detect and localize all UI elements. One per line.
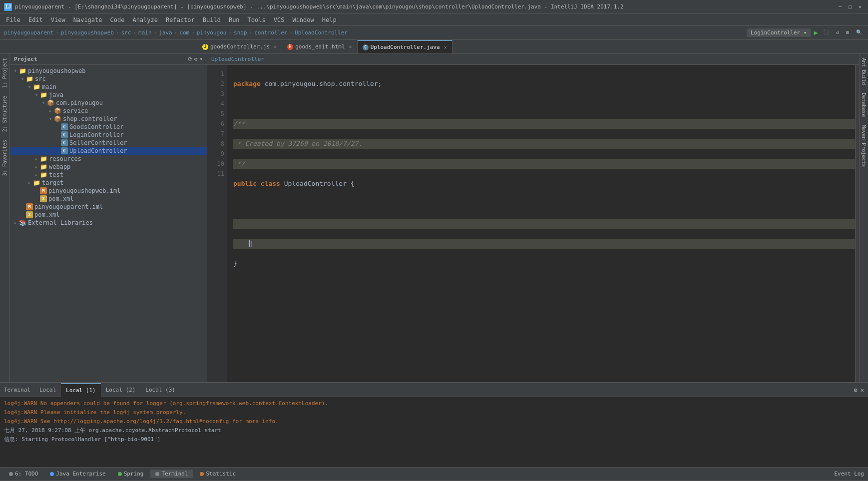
subtab-spring[interactable]: Spring: [113, 470, 149, 478]
tree-pinyougoushopweb[interactable]: ▾ 📁 pinyougoushopweb: [10, 67, 207, 75]
tree-logincontroller[interactable]: C LoginController: [10, 131, 207, 139]
nav-src[interactable]: src: [121, 29, 131, 36]
run-button[interactable]: ▶: [814, 28, 818, 37]
maximize-button[interactable]: □: [846, 3, 854, 11]
left-tab-structure[interactable]: 2: Structure: [1, 92, 8, 136]
tree-pom-parent[interactable]: X pom.xml: [10, 211, 207, 219]
tree-shop-controller[interactable]: ▾ 📦 shop.controller: [10, 115, 207, 123]
tree-com-pinyougou[interactable]: ▾ 📦 com.pinyougou: [10, 99, 207, 107]
tree-arrow: ▸: [47, 108, 54, 113]
nav-controller[interactable]: controller: [254, 29, 287, 36]
sidebar-settings-btn[interactable]: ⚙: [194, 56, 198, 62]
menu-file[interactable]: File: [2, 14, 24, 26]
folder-icon: 📚: [19, 219, 26, 226]
iml-icon: M: [40, 187, 47, 194]
tree-goodscontroller[interactable]: C GoodsController: [10, 123, 207, 131]
tree-pom-shopweb[interactable]: X pom.xml: [10, 195, 207, 203]
nav-java[interactable]: java: [159, 29, 172, 36]
tab-close[interactable]: ✕: [349, 44, 352, 49]
tree-webapp[interactable]: ▸ 📁 webapp: [10, 163, 207, 171]
left-tab-project[interactable]: 1: Project: [1, 54, 8, 92]
sidebar-collapse-btn[interactable]: ▾: [199, 56, 203, 62]
tree-src[interactable]: ▾ 📁 src: [10, 75, 207, 83]
spring-dot: [118, 472, 122, 476]
folder-icon: 📁: [19, 67, 26, 74]
tree-target[interactable]: ▸ 📁 target: [10, 179, 207, 187]
tree-resources[interactable]: ▸ 📁 resources: [10, 155, 207, 163]
tab-uploadcontroller-java[interactable]: C UploadController.java ✕: [358, 40, 452, 53]
tree-main[interactable]: ▾ 📁 main: [10, 83, 207, 91]
menu-run[interactable]: Run: [225, 14, 244, 26]
tree-sellercontroller[interactable]: C SellerController: [10, 139, 207, 147]
terminal-tab-local1[interactable]: Local (1): [61, 383, 101, 397]
login-controller-dropdown[interactable]: LoginController ▾: [747, 28, 811, 37]
terminal-dot: [155, 472, 159, 476]
right-tab-ant[interactable]: Ant Build: [860, 54, 868, 89]
term-line-3: log4j:WARN See http://logging.apache.org…: [4, 417, 864, 426]
minimize-button[interactable]: ─: [836, 3, 844, 11]
menu-analyze[interactable]: Analyze: [128, 14, 162, 26]
right-tab-maven[interactable]: Maven Projects: [860, 121, 868, 171]
sidebar-sync-btn[interactable]: ⟳: [188, 56, 192, 62]
event-log-label[interactable]: Event Log: [834, 471, 864, 477]
menu-refactor[interactable]: Refactor: [162, 14, 199, 26]
tab-close[interactable]: ✕: [274, 44, 277, 49]
subtab-terminal[interactable]: Terminal: [150, 470, 193, 478]
code-editor[interactable]: package com.pinyougou.shop.controller; /…: [227, 65, 855, 382]
tab-close[interactable]: ✕: [444, 44, 447, 50]
subtab-statistic[interactable]: Statistic: [195, 470, 241, 478]
nav-main[interactable]: main: [138, 29, 152, 36]
code-line-11: [233, 279, 855, 289]
tree-iml-parent[interactable]: M pinyougouparent.iml: [10, 203, 207, 211]
folder-icon: 📁: [40, 91, 47, 98]
layout-button[interactable]: ⊞: [844, 28, 851, 37]
stop-button[interactable]: ⬛: [821, 28, 831, 37]
menu-tools[interactable]: Tools: [244, 14, 270, 26]
menu-window[interactable]: Window: [288, 14, 318, 26]
folder-icon: 📦: [54, 107, 61, 114]
menu-navigate[interactable]: Navigate: [69, 14, 106, 26]
subtab-todo[interactable]: 6: TODO: [4, 470, 43, 478]
folder-icon: 📁: [40, 163, 47, 170]
code-area[interactable]: 1 2 3 4 5 6 7 8 9 10 11 package com.piny…: [207, 65, 859, 382]
nav-uploadcontroller[interactable]: UploadController: [295, 29, 348, 36]
terminal-hide-btn[interactable]: ✕: [861, 387, 864, 394]
left-tab-favorites[interactable]: 3: Favorites: [1, 136, 8, 180]
menu-build[interactable]: Build: [199, 14, 225, 26]
tab-goods-edit-html[interactable]: H goods_edit.html ✕: [282, 40, 357, 53]
menu-help[interactable]: Help: [318, 14, 341, 26]
code-line-10: }: [233, 259, 855, 269]
menu-code[interactable]: Code: [106, 14, 129, 26]
nav-pinyougou[interactable]: pinyougou: [197, 29, 227, 36]
close-button[interactable]: ✕: [856, 3, 864, 11]
rerun-button[interactable]: ↺: [834, 28, 841, 37]
tree-external-libs[interactable]: ▸ 📚 External Libraries: [10, 219, 207, 227]
code-line-6: public class UploadController {: [233, 179, 855, 189]
terminal-body[interactable]: log4j:WARN No appenders could be found f…: [0, 397, 868, 467]
tab-goodscontroller-js[interactable]: J goodsController.js ✕: [197, 40, 282, 53]
terminal-tab-local[interactable]: Local: [34, 383, 61, 397]
menu-edit[interactable]: Edit: [24, 14, 47, 26]
terminal-tab-local2[interactable]: Local (2): [101, 383, 141, 397]
tree-iml-shopweb[interactable]: M pinyougoushopweb.iml: [10, 187, 207, 195]
tree-arrow: ▸: [33, 172, 40, 177]
nav-shop[interactable]: shop: [234, 29, 247, 36]
nav-pinyougouparent[interactable]: pinyougouparent: [4, 29, 53, 36]
nav-com[interactable]: com: [179, 29, 189, 36]
term-line-4: 七月 27, 2018 9:27:08 上午 org.apache.coyote…: [4, 426, 864, 435]
menu-vcs[interactable]: VCS: [270, 14, 289, 26]
tree-service[interactable]: ▸ 📦 service: [10, 107, 207, 115]
folder-icon: 📦: [47, 99, 54, 106]
search-everywhere[interactable]: 🔍: [854, 28, 864, 37]
terminal-settings-btn[interactable]: ⚙: [854, 387, 858, 394]
tree-arrow: ▾: [12, 68, 19, 73]
nav-pinyougoushopweb[interactable]: pinyougoushopweb: [61, 29, 114, 36]
bc-uploadcontroller[interactable]: UploadController: [211, 56, 264, 62]
tree-test[interactable]: ▸ 📁 test: [10, 171, 207, 179]
tree-uploadcontroller[interactable]: C UploadController: [10, 147, 207, 155]
tree-java[interactable]: ▾ 📁 java: [10, 91, 207, 99]
terminal-tab-local3[interactable]: Local (3): [140, 383, 180, 397]
menu-view[interactable]: View: [47, 14, 69, 26]
right-tab-database[interactable]: Database: [860, 89, 868, 121]
subtab-java-enterprise[interactable]: Java Enterprise: [45, 470, 110, 478]
